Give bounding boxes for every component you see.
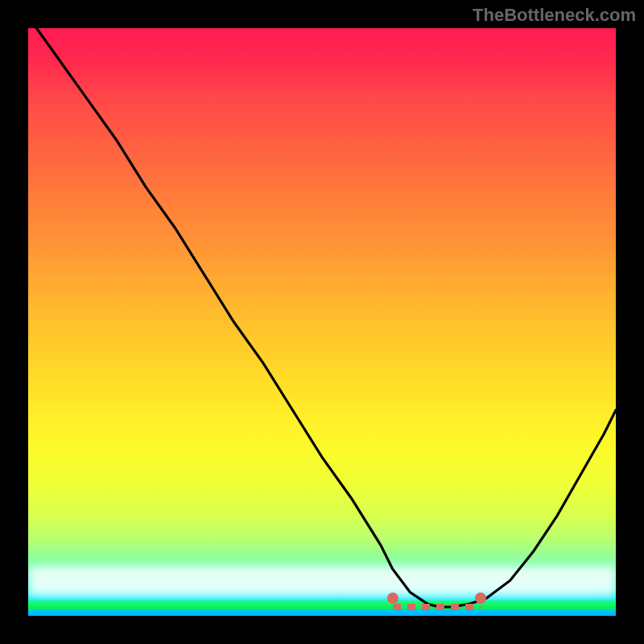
curve-svg: [28, 28, 616, 616]
optimal-marker-left: [387, 592, 398, 604]
watermark-text: TheBottleneck.com: [473, 5, 636, 26]
optimal-marker-right: [475, 592, 486, 604]
bottleneck-curve-path: [28, 28, 616, 607]
optimal-range-line: [393, 604, 481, 610]
chart-frame: TheBottleneck.com: [0, 0, 644, 644]
plot-area: [28, 28, 616, 616]
